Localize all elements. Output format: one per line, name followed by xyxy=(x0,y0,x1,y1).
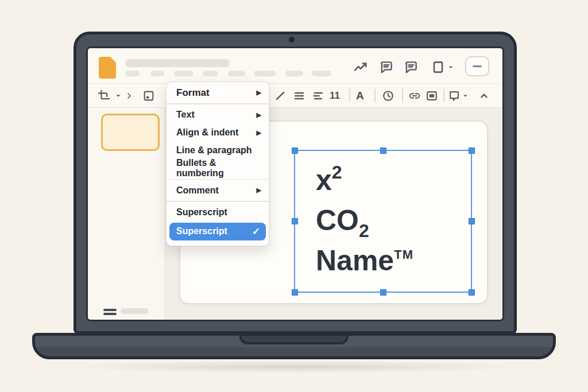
pen-icon[interactable] xyxy=(274,90,287,102)
present-icon[interactable] xyxy=(431,60,446,75)
drag-handle-icon[interactable] xyxy=(103,309,117,311)
slide-thumbnail-panel xyxy=(88,108,165,320)
menu-item-superscript-selected[interactable]: Superscript ✓ xyxy=(169,223,266,240)
status-placeholder xyxy=(121,308,148,314)
text-box-icon[interactable] xyxy=(425,90,438,102)
submenu-arrow-icon: ▶ xyxy=(257,129,261,137)
menu-item-text[interactable]: Text ▶ xyxy=(167,106,269,124)
resize-handle-se[interactable] xyxy=(469,289,475,296)
menu-item-superscript[interactable]: Superscript xyxy=(167,204,269,222)
text-box-content: x2 CO2 NameTM xyxy=(316,160,413,281)
webcam-dot xyxy=(289,37,295,42)
align-left-icon[interactable] xyxy=(312,90,324,102)
submenu-arrow-icon: ▶ xyxy=(257,187,261,194)
menubar-item-placeholder[interactable] xyxy=(312,71,331,76)
document-icon xyxy=(99,57,116,79)
laptop-shadow xyxy=(63,360,528,373)
align-justify-icon[interactable] xyxy=(293,90,305,102)
resize-handle-sw[interactable] xyxy=(292,289,298,296)
collapse-toolbar-icon[interactable] xyxy=(478,90,490,102)
resize-handle-e[interactable] xyxy=(469,218,475,224)
menu-item-bullets-numbering[interactable]: Bullets & numbering xyxy=(167,160,269,177)
selected-text-box[interactable]: x2 CO2 NameTM xyxy=(294,150,472,293)
resize-handle-w[interactable] xyxy=(292,218,298,224)
caret-down-icon[interactable] xyxy=(114,90,122,102)
menu-group-superscript: Superscript Superscript ✓ xyxy=(167,202,269,243)
trending-icon[interactable] xyxy=(353,60,368,75)
slide-thumbnail[interactable] xyxy=(101,114,160,151)
copy-icon[interactable] xyxy=(142,90,155,102)
menu-item-line-paragraph[interactable]: Line & paragraph xyxy=(167,142,269,160)
document-icon-fold xyxy=(110,57,116,63)
callout-icon[interactable] xyxy=(448,90,461,102)
format-menu: Format ▶ Text ▶ Align & indent ▶ Line & … xyxy=(166,81,269,246)
toolbar-divider xyxy=(374,89,376,103)
menu-group-comment: Comment ▶ xyxy=(167,180,269,201)
laptop-base xyxy=(32,333,556,359)
crop-icon[interactable] xyxy=(98,90,110,102)
menubar-item-placeholder[interactable] xyxy=(203,71,218,76)
menu-group-text: Text ▶ Align & indent ▶ Line & paragraph… xyxy=(167,104,269,179)
toolbar-divider xyxy=(443,89,444,103)
text-line-superscript-example: x2 xyxy=(316,160,413,200)
format-menu-header[interactable]: Format ▶ xyxy=(167,82,269,103)
menubar-item-placeholder[interactable] xyxy=(125,71,140,76)
document-title-placeholder[interactable] xyxy=(125,59,230,67)
resize-handle-nw[interactable] xyxy=(292,148,298,154)
toolbar-divider xyxy=(402,89,403,103)
caret-down-icon[interactable] xyxy=(462,90,469,102)
text-line-trademark-example: NameTM xyxy=(316,240,413,281)
link-icon[interactable] xyxy=(408,90,421,102)
text-line-subscript-example: CO2 xyxy=(316,200,413,240)
history-icon[interactable] xyxy=(382,90,394,102)
laptop-base-notch xyxy=(239,336,349,344)
resize-handle-n[interactable] xyxy=(380,148,386,154)
menubar-item-placeholder[interactable] xyxy=(254,71,276,76)
illustration-stage: 11 A xyxy=(0,0,588,392)
resize-handle-ne[interactable] xyxy=(469,148,475,154)
menubar-item-placeholder[interactable] xyxy=(285,71,303,76)
resize-handle-s[interactable] xyxy=(380,289,386,296)
checkmark-icon: ✓ xyxy=(252,226,260,238)
menubar-item-placeholder[interactable] xyxy=(228,71,245,76)
submenu-arrow-icon: ▶ xyxy=(257,111,261,119)
minimize-button[interactable] xyxy=(465,56,489,76)
menu-item-align-indent[interactable]: Align & indent ▶ xyxy=(167,124,269,142)
minus-icon xyxy=(473,65,482,67)
caret-down-icon[interactable] xyxy=(446,60,455,75)
app-window: 11 A xyxy=(88,48,502,320)
chevron-right-icon[interactable] xyxy=(125,90,134,102)
comment-icon[interactable] xyxy=(379,60,394,75)
toolbar-divider xyxy=(349,89,350,103)
menu-item-comment[interactable]: Comment ▶ xyxy=(167,181,269,199)
menubar-item-placeholder[interactable] xyxy=(150,71,164,76)
comment-icon[interactable] xyxy=(404,60,419,75)
text-color-button[interactable]: A xyxy=(356,90,364,102)
submenu-arrow-icon: ▶ xyxy=(257,89,261,96)
drag-handle-icon[interactable] xyxy=(103,313,117,315)
font-size-value[interactable]: 11 xyxy=(330,90,340,102)
menubar-item-placeholder[interactable] xyxy=(174,71,194,76)
